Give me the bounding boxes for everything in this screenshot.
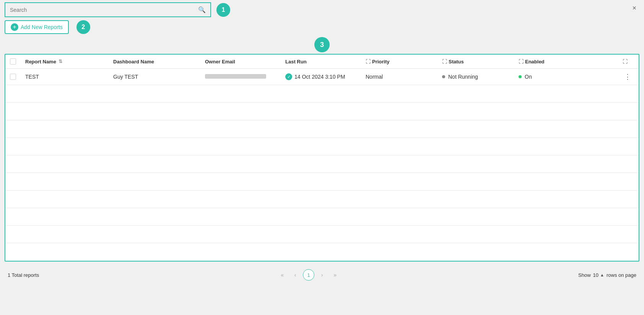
select-all-col [10,58,25,65]
prev-page-button[interactable]: ‹ [290,270,301,280]
enabled-header: Enabled [525,59,545,65]
empty-row [5,226,639,243]
chevron-up-icon: ▲ [600,273,604,277]
pagination: « ‹ 1 › » [277,269,340,281]
col-owner-email: Owner Email [205,59,285,65]
empty-row [5,85,639,103]
row-report-name: TEST [25,74,113,80]
success-icon: ✓ [285,73,292,80]
close-button[interactable]: × [632,5,636,11]
row-checkbox[interactable] [10,74,16,80]
col-priority: ⛶ Priority [366,59,442,65]
empty-row [5,138,639,155]
step-1-badge: 1 [216,3,230,17]
rows-per-page-label: rows on page [607,272,636,278]
col-actions: ⛶ [623,59,634,65]
empty-rows-area [5,85,639,261]
col-dashboard-name: Dashboard Name [113,59,205,65]
empty-row [5,208,639,226]
empty-row [5,155,639,173]
enabled-dot [519,75,522,78]
add-new-reports-button[interactable]: + Add New Reports [5,20,69,34]
row-dashboard-name: Guy TEST [113,74,205,80]
step-2-badge: 2 [76,20,90,34]
empty-row [5,103,639,120]
select-all-checkbox[interactable] [10,58,16,65]
search-input[interactable] [10,7,198,13]
row-priority: Normal [366,74,442,80]
sort-icon[interactable]: ⇅ [59,59,62,64]
status-header: Status [449,59,464,65]
more-options-button[interactable]: ⋮ [623,73,633,81]
col-last-run: Last Run [285,59,366,65]
actions-filter-icon: ⛶ [623,59,628,65]
col-status: ⛶ Status [442,59,519,65]
row-owner-email [205,74,285,80]
priority-value: Normal [366,74,383,80]
owner-email-blurred [205,74,266,79]
row-last-run: ✓ 14 Oct 2024 3:10 PM [285,73,366,80]
total-reports-label: 1 Total reports [8,272,39,278]
next-page-button[interactable]: › [317,270,327,280]
dashboard-name-value: Guy TEST [113,74,138,80]
status-value: Not Running [448,74,478,80]
last-page-button[interactable]: » [330,270,340,280]
priority-filter-icon[interactable]: ⛶ [366,59,371,65]
col-enabled: ⛶ Enabled [519,59,623,65]
rows-per-page: Show 10 ▲ rows on page [578,272,636,278]
rows-count-value: 10 [593,272,598,278]
search-icon: 🔍 [198,6,206,13]
report-name-header: Report Name [25,59,56,65]
rows-count-select[interactable]: 10 ▲ [593,272,604,278]
enabled-filter-icon[interactable]: ⛶ [519,59,524,65]
status-filter-icon[interactable]: ⛶ [442,59,447,65]
toolbar-row: + Add New Reports 2 [0,17,644,37]
enabled-value: On [525,74,532,80]
last-run-cell: ✓ 14 Oct 2024 3:10 PM [285,73,366,80]
dashboard-name-header: Dashboard Name [113,59,154,65]
row-enabled: On [519,74,623,80]
priority-header: Priority [372,59,390,65]
empty-row [5,191,639,208]
show-label: Show [578,272,591,278]
row-actions: ⋮ [623,73,634,81]
row-checkbox-col [10,74,25,80]
table-row: TEST Guy TEST ✓ 14 Oct 2024 3:10 PM Norm… [5,69,639,85]
status-dot [442,75,445,78]
report-name-value: TEST [25,74,39,80]
empty-row [5,173,639,191]
row-status: Not Running [442,74,519,80]
owner-email-header: Owner Email [205,59,235,65]
page-1-button[interactable]: 1 [303,269,314,281]
table-header: Report Name ⇅ Dashboard Name Owner Email… [5,55,639,69]
add-new-label: Add New Reports [21,24,63,30]
first-page-button[interactable]: « [277,270,288,280]
step-3-container: 3 [0,37,644,52]
plus-icon: + [11,23,18,31]
step-3-badge: 3 [314,37,330,52]
last-run-value: 14 Oct 2024 3:10 PM [294,74,345,80]
last-run-header: Last Run [285,59,307,65]
col-report-name: Report Name ⇅ [25,59,113,65]
reports-table: Report Name ⇅ Dashboard Name Owner Email… [5,54,639,262]
footer: 1 Total reports « ‹ 1 › » Show 10 ▲ rows… [0,265,644,285]
search-row: 🔍 1 [0,0,644,17]
search-container: 🔍 [5,2,211,17]
empty-row [5,120,639,138]
